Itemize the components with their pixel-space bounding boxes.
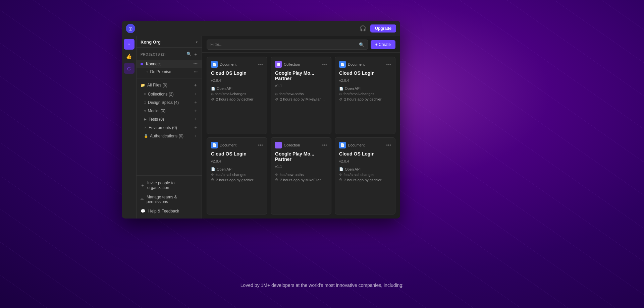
card-branch-1: ⊙ feat/new-paths [275,92,327,96]
card-more-1[interactable]: ••• [322,62,327,67]
on-premise-more[interactable]: ••• [194,70,198,74]
project-more-konnect[interactable]: ••• [193,62,198,66]
create-button[interactable]: + Create [371,40,395,49]
card-more-4[interactable]: ••• [322,142,327,148]
auth-icon: 🔒 [144,134,148,138]
environments-add-icon[interactable]: ＋ [194,125,198,130]
card-more-0[interactable]: ••• [258,62,263,67]
tree-item-collections[interactable]: ≡ Collections (2) ＋ [137,90,202,98]
card-branch-2: ⊙ feat/small-changes [339,92,391,96]
add-file-icon[interactable]: ＋ [193,82,198,88]
card-meta-4: ⊙ feat/new-paths ⏱ 2 hours ago by MikeEl… [275,173,327,182]
api-icon-0: 📄 [211,87,215,90]
card-version-4: v1.1 [275,165,327,169]
card-1[interactable]: ☰ Collection ••• Google Play Mo... Partn… [271,57,331,134]
sidebar-icon-thumb[interactable]: 👍 [124,51,135,62]
mocks-icon: ≈ [144,109,146,113]
card-time-3: ⏱ 2 hours ago by gschier [211,178,263,182]
card-time-2: ⏱ 2 hours ago by gschier [339,97,391,101]
card-5[interactable]: 📄 Document ••• Cloud OS Login v2.8.4 📄 O… [335,137,395,215]
card-3[interactable]: 📄 Document ••• Cloud OS Login v2.8.4 📄 O… [207,137,267,215]
tests-add-icon[interactable]: ＋ [194,116,198,122]
tests-label: Tests (0) [149,117,194,122]
card-meta-0: 📄 Open API ⊙ feat/small-changes ⏱ 2 hour… [211,86,263,101]
org-header[interactable]: Kong Org ▾ [137,36,202,48]
tree-item-design-specs[interactable]: □ Design Specs (4) ＋ [137,98,202,107]
card-more-2[interactable]: ••• [386,62,391,67]
card-type-label-3: Document [220,143,256,147]
all-files-header[interactable]: 📁 All Files (6) ＋ [137,80,202,90]
project-sidebar: Kong Org ▾ PROJECTS (2) 🔍 ＋ Konnect ••• [137,36,202,219]
card-meta-2: 📄 Open API ⊙ feat/small-changes ⏱ 2 hour… [339,86,391,101]
auth-add-icon[interactable]: ＋ [194,133,198,139]
sub-project-on-premise[interactable]: □ On Premise ••• [137,68,202,75]
card-more-5[interactable]: ••• [386,142,391,148]
card-time-1: ⏱ 2 hours ago by MikeEllan... [275,97,327,101]
sidebar-icon-moon[interactable]: C [124,63,135,74]
tree-item-tests[interactable]: ▶ Tests (0) ＋ [137,115,202,123]
on-premise-icon: □ [146,70,148,74]
tree-item-environments[interactable]: ✓ Enviroments (0) ＋ [137,123,202,132]
card-title-5: Cloud OS Login [339,151,391,157]
all-files-label: All Files (6) [147,83,193,87]
design-specs-icon: □ [144,101,146,104]
branch-icon-0: ⊙ [211,92,214,96]
org-dropdown-icon: ▾ [196,40,198,44]
tree-item-mocks[interactable]: ≈ Mocks (0) ＋ [137,107,202,115]
card-header-3: 📄 Document ••• [211,142,263,148]
invite-people-item[interactable]: ＋ Invite people to organization [137,178,202,192]
cards-grid: 📄 Document ••• Cloud OS Login v2.8.4 📄 O… [202,53,400,219]
card-4[interactable]: ☰ Collection ••• Google Play Mo... Partn… [271,137,331,215]
help-feedback-item[interactable]: 💬 Help & Feedback [137,206,202,216]
card-type-icon-3: 📄 [211,142,218,148]
project-dot [141,63,143,65]
card-api-2: 📄 Open API [339,86,391,90]
collections-add-icon[interactable]: ＋ [194,91,198,97]
mocks-add-icon[interactable]: ＋ [194,108,198,114]
project-name-konnect: Konnect [146,62,193,66]
card-more-3[interactable]: ••• [258,142,263,148]
card-2[interactable]: 📄 Document ••• Cloud OS Login v2.8.4 📄 O… [335,57,395,134]
file-tree: 📁 All Files (6) ＋ ≡ Collections (2) ＋ □ … [137,78,202,142]
time-icon-5: ⏱ [339,178,342,182]
card-title-4: Google Play Mo... Partner [275,151,327,162]
filter-bar[interactable]: 🔍 [207,40,368,50]
card-meta-1: ⊙ feat/new-paths ⏱ 2 hours ago by MikeEl… [275,92,327,101]
card-header-2: 📄 Document ••• [339,61,391,68]
card-type-icon-1: ☰ [275,61,282,68]
card-version-3: v2.8.4 [211,159,263,163]
api-icon-2: 📄 [339,87,343,90]
card-meta-5: 📄 Open API ⊙ feat/small-changes ⏱ 2 hour… [339,167,391,182]
card-api-3: 📄 Open API [211,167,263,171]
upgrade-button[interactable]: Upgrade [370,24,396,33]
design-specs-add-icon[interactable]: ＋ [194,100,198,105]
branch-icon-5: ⊙ [339,173,342,176]
filter-input[interactable] [210,42,357,47]
branch-icon-2: ⊙ [339,92,342,96]
time-icon-3: ⏱ [211,178,214,182]
sidebar-icon-home[interactable]: ⌂ [124,39,135,50]
manage-teams-icon: ✏ [141,197,144,202]
card-header-1: ☰ Collection ••• [275,61,327,68]
manage-teams-item[interactable]: ✏ Manage teams & permissions [137,192,202,206]
time-icon-1: ⏱ [275,98,278,101]
invite-label: Invite people to organization [147,181,198,190]
help-icon[interactable]: 🎧 [358,24,368,33]
search-projects-icon[interactable]: 🔍 [186,52,192,57]
filter-search-icon: 🔍 [359,42,364,47]
projects-header: PROJECTS (2) 🔍 ＋ [137,50,202,59]
card-type-icon-4: ☰ [275,142,282,148]
app-logo: ◎ [126,24,135,33]
project-item-konnect[interactable]: Konnect ••• [137,60,202,68]
projects-label: PROJECTS (2) [141,53,186,56]
card-title-1: Google Play Mo... Partner [275,70,327,81]
tree-item-authentications[interactable]: 🔒 Authentications (0) ＋ [137,132,202,140]
all-files-folder-icon: 📁 [141,83,145,87]
card-api-0: 📄 Open API [211,86,263,90]
card-header-5: 📄 Document ••• [339,142,391,148]
card-type-icon-2: 📄 [339,61,346,68]
card-version-5: v2.8.4 [339,159,391,163]
add-project-icon[interactable]: ＋ [194,52,198,57]
card-0[interactable]: 📄 Document ••• Cloud OS Login v2.8.4 📄 O… [207,57,267,134]
card-api-5: 📄 Open API [339,167,391,171]
